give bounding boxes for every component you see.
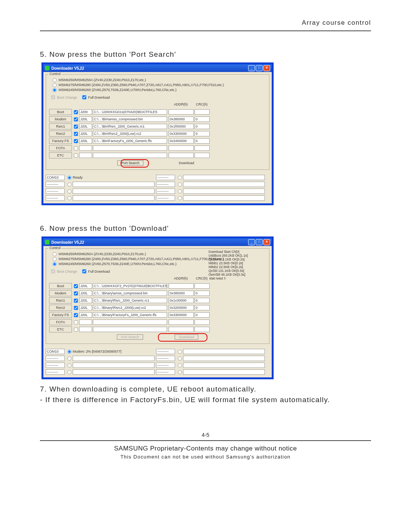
row-addr-input[interactable]	[169, 283, 194, 289]
radio-msm6245[interactable]: MSM6245/MSM6260 (ZV60,Z570,T639,Z240E,U7…	[52, 88, 268, 93]
row-select[interactable]: J20L	[79, 298, 92, 303]
com-port-radio[interactable]	[178, 363, 182, 367]
row-checkbox[interactable]	[74, 132, 78, 136]
com-port-input[interactable]: COM10	[46, 349, 65, 354]
row-addr-input[interactable]: 0x1f00000	[169, 124, 194, 129]
port-search-button[interactable]: Port Search	[117, 160, 144, 166]
row-select[interactable]: J20L	[79, 283, 92, 289]
row-checkbox[interactable]	[74, 146, 78, 150]
row-checkbox[interactable]	[74, 284, 78, 288]
row-crc-input[interactable]: 0	[194, 131, 210, 136]
row-label-button[interactable]: FOTA	[49, 319, 72, 325]
radio-msm6245[interactable]: MSM6245/MSM6260 (ZV60,Z570,T639,Z240E,U7…	[52, 262, 268, 267]
com-port-input[interactable]: ----------	[46, 363, 65, 368]
com-port-radio[interactable]	[67, 350, 71, 353]
row-label-button[interactable]: Rsrc2	[49, 131, 72, 137]
row-label-button[interactable]: Factory FS	[49, 138, 72, 144]
row-addr-input[interactable]: 0x3200000	[169, 305, 194, 310]
row-checkbox[interactable]	[74, 299, 78, 302]
row-crc-input[interactable]: 0	[194, 117, 210, 122]
com-port-input[interactable]: ----------	[46, 369, 65, 375]
row-select[interactable]	[79, 320, 92, 325]
row-label-button[interactable]: Boot	[49, 109, 72, 115]
row-crc-input[interactable]: 0	[194, 312, 210, 318]
row-crc-input[interactable]	[194, 153, 210, 158]
row-crc-input[interactable]	[194, 145, 210, 151]
com-port-input[interactable]: ----------	[156, 182, 175, 187]
row-select[interactable]	[79, 153, 92, 158]
row-path-input[interactable]: C:\…\Binary\Rsrc2_J200(Low).rc2	[93, 305, 167, 310]
download-button[interactable]: Download	[175, 161, 198, 165]
com-port-input[interactable]: ----------	[156, 195, 175, 201]
radio-msm6275[interactable]: MSM6275/MSM6280 (Z400,ZV50,Z360,Z560,P94…	[52, 257, 268, 262]
row-checkbox[interactable]	[74, 320, 78, 324]
row-label-button[interactable]: Factory FS	[49, 312, 72, 318]
row-label-button[interactable]: Modem	[49, 116, 72, 122]
close-button[interactable]: ×	[263, 239, 270, 245]
row-label-button[interactable]: Boot	[49, 283, 72, 289]
row-label-button[interactable]: ETC	[49, 326, 72, 332]
row-checkbox[interactable]	[74, 139, 78, 143]
row-crc-input[interactable]: 0	[194, 124, 210, 129]
com-port-radio[interactable]	[67, 363, 71, 367]
row-label-button[interactable]: Modem	[49, 290, 72, 296]
com-port-radio[interactable]	[67, 370, 71, 374]
com-port-input[interactable]: COM10	[46, 175, 65, 180]
full-download-checkbox[interactable]	[82, 95, 86, 99]
row-checkbox[interactable]	[74, 306, 78, 310]
com-port-radio[interactable]	[178, 189, 182, 193]
com-port-radio[interactable]	[67, 189, 71, 193]
row-label-button[interactable]: Rsrc1	[49, 123, 72, 129]
row-select[interactable]: J20L	[79, 291, 92, 296]
row-path-input[interactable]	[93, 153, 167, 158]
row-addr-input[interactable]	[169, 109, 194, 115]
row-addr-input[interactable]: 0x3400000	[169, 138, 194, 144]
com-port-radio[interactable]	[178, 350, 182, 353]
row-label-button[interactable]: Rsrc1	[49, 297, 72, 304]
row-addr-input[interactable]	[169, 320, 194, 325]
row-checkbox[interactable]	[74, 291, 78, 295]
radio-msm6275[interactable]: MSM6275/MSM6280 (Z400,ZV50,Z360,Z560,P94…	[52, 83, 268, 88]
minimize-button[interactable]: _	[248, 239, 255, 245]
com-port-radio[interactable]	[178, 182, 182, 186]
row-checkbox[interactable]	[74, 117, 78, 121]
row-select[interactable]: J20L	[79, 131, 92, 136]
row-select[interactable]: J20L	[79, 117, 92, 122]
com-port-radio[interactable]	[178, 370, 182, 374]
row-crc-input[interactable]: 0	[194, 305, 210, 310]
com-port-input-r[interactable]: ----------	[156, 175, 175, 180]
row-select[interactable]: J20L	[79, 124, 92, 129]
row-path-input[interactable]: C:\…\Bin\Rsrc_J200_Generic.rc1	[93, 124, 167, 129]
com-port-radio[interactable]	[67, 182, 71, 186]
row-crc-input[interactable]	[194, 320, 210, 325]
maximize-button[interactable]: □	[256, 239, 263, 245]
radio-msm6250[interactable]: MSM6250/MSM6250A (ZV40,Z230,Z240,P910,Z1…	[52, 252, 268, 257]
com-port-radio[interactable]	[67, 356, 71, 360]
row-path-input[interactable]: C:\…\Bin\Rsrc2_J200(Low).rc2	[93, 131, 167, 136]
com-port-radio[interactable]	[178, 356, 182, 360]
row-label-button[interactable]: ETC	[49, 152, 72, 158]
com-port-input[interactable]: ----------	[46, 356, 65, 361]
row-select[interactable]: J200	[79, 109, 92, 115]
minimize-button[interactable]: _	[248, 65, 255, 71]
maximize-button[interactable]: □	[256, 65, 263, 71]
com-port-input[interactable]: ----------	[156, 363, 175, 368]
row-addr-input[interactable]	[169, 145, 194, 151]
com-port-input[interactable]: ----------	[46, 195, 65, 201]
close-button[interactable]: ×	[263, 65, 270, 71]
row-checkbox[interactable]	[74, 328, 78, 331]
row-path-input[interactable]	[93, 320, 167, 325]
row-checkbox[interactable]	[74, 153, 78, 157]
com-port-radio[interactable]	[178, 196, 182, 200]
row-addr-input[interactable]: 0x3300000	[169, 312, 194, 318]
row-path-input[interactable]: C:\…\Bin\amss_compressed.bin	[93, 117, 167, 122]
row-addr-input[interactable]: 0x380000	[169, 117, 194, 122]
row-crc-input[interactable]: 0	[194, 138, 210, 144]
com-port-input[interactable]: ----------	[46, 182, 65, 187]
row-path-input[interactable]: C:\…\Binary\FactoryFs_J200_Generic.ffs	[93, 312, 167, 318]
row-label-button[interactable]: FOTA	[49, 145, 72, 151]
row-select[interactable]	[79, 145, 92, 151]
row-checkbox[interactable]	[74, 125, 78, 128]
com-port-input[interactable]: ----------	[156, 356, 175, 361]
row-crc-input[interactable]: 0	[194, 298, 210, 303]
